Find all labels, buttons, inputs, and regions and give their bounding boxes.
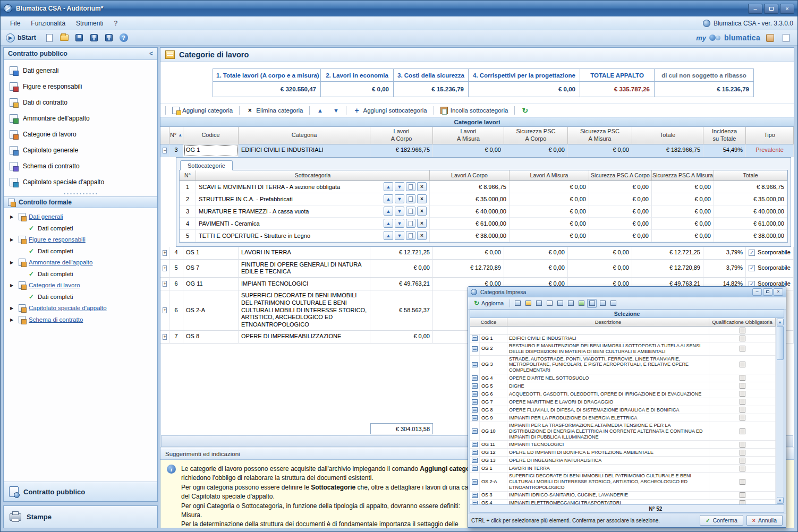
save-export-button[interactable] (103, 31, 115, 44)
tree-arrow-icon[interactable]: ▶ (10, 260, 15, 265)
export-icon[interactable] (598, 299, 607, 308)
sub-header-sicurezza-psc-a-misura[interactable]: Sicurezza PSC A Misura (652, 170, 714, 181)
tree-arrow-icon[interactable]: ▶ (10, 318, 15, 322)
qualificazione-checkbox[interactable] (740, 399, 745, 405)
list-view-icon[interactable] (587, 299, 597, 308)
subrow-down-button[interactable]: ▼ (395, 194, 404, 203)
popup-row-og-9[interactable]: OG 9 IMPIANTI PER LA PRODUZIONE DI ENERG… (470, 414, 776, 422)
popup-row-og-4[interactable]: OG 4 OPERE D'ARTE NEL SOTTOSUOLO (470, 374, 776, 382)
subrow-up-button[interactable]: ▲ (384, 194, 393, 203)
paste-subcategory-button[interactable]: Incolla sottocategoria (437, 105, 512, 116)
sidebar-splitter[interactable] (62, 191, 99, 196)
cell-code[interactable]: OS 1 (183, 247, 239, 260)
qualificazione-checkbox[interactable] (740, 479, 745, 485)
popup-row-og-8[interactable]: OG 8 OPERE FLUVIALI, DI DIFESA, DI SISTE… (470, 406, 776, 414)
expand-box-icon[interactable]: + (163, 281, 166, 287)
close-button[interactable]: × (780, 4, 794, 14)
controllo-node-figure-e-responsabili[interactable]: ▶ Figure e responsabili (4, 234, 157, 245)
menu-strumenti[interactable]: Strumenti (71, 18, 108, 29)
conferma-button[interactable]: ✓ Conferma (700, 515, 743, 526)
popup-row-og-12[interactable]: OG 12 OPERE ED IMPIANTI DI BONIFICA E PR… (470, 449, 776, 457)
header-incidenza-su-totale[interactable]: Incidenzasu Totale (703, 127, 746, 144)
qualificazione-checkbox[interactable] (740, 500, 745, 504)
header-lavori-a-misura[interactable]: LavoriA Misura (433, 127, 504, 144)
subrow-down-button[interactable]: ▼ (395, 219, 404, 228)
controllo-node-label[interactable]: Figure e responsabili (29, 236, 86, 243)
tree-arrow-icon[interactable]: ▶ (10, 306, 15, 311)
expand-box-icon[interactable]: + (163, 250, 166, 256)
tree-arrow-icon[interactable]: ▶ (10, 214, 15, 219)
sub-header-lavori-a-misura[interactable]: Lavori A Misura (510, 170, 589, 181)
qualificazione-checkbox[interactable] (740, 428, 745, 434)
header-sicurezza-psc-a-misura[interactable]: Sicurezza PSCA Misura (568, 127, 632, 144)
header-categoria[interactable]: Categoria (239, 127, 370, 144)
cell-code[interactable]: OS 2-A (183, 290, 239, 331)
collapse-box-icon[interactable]: − (163, 148, 166, 153)
subrow-delete-button[interactable]: × (417, 219, 427, 228)
scroll-up-icon[interactable]: ▲ (777, 319, 784, 325)
cell-code[interactable]: OG 11 (183, 278, 239, 290)
controllo-node-label[interactable]: Ammontare dell'appalto (29, 259, 92, 265)
subrow-down-button[interactable]: ▼ (395, 231, 404, 240)
dialog-minimize-button[interactable]: – (752, 288, 762, 296)
nav-contratto-pubblico-button[interactable]: Contratto pubblico (4, 482, 157, 501)
chart-view-icon[interactable] (576, 299, 586, 308)
category-row-og-1[interactable]: − 3 OG 1 EDIFICI CIVILI E INDUSTRIALI € … (160, 144, 794, 157)
header-lavori-a-corpo[interactable]: LavoriA Corpo (370, 127, 433, 144)
tab-sottocategorie[interactable]: Sottocategorie (180, 160, 233, 170)
cell-code[interactable]: OS 8 (183, 331, 239, 344)
popup-row-os-4[interactable]: OS 4 IMPIANTI ELETTROMECCANICI TRASPORTA… (470, 500, 776, 504)
qualificazione-checkbox[interactable] (740, 442, 745, 448)
sub-header-totale[interactable]: Totale (714, 170, 787, 181)
header-codice[interactable]: Codice (470, 318, 507, 327)
add-category-button[interactable]: Aggiungi categoria (168, 105, 236, 116)
move-down-button[interactable]: ▼ (328, 106, 343, 115)
help-button[interactable]: ? (117, 31, 130, 44)
qualificazione-checkbox[interactable] (740, 458, 745, 464)
category-row-os-1[interactable]: + 4 OS 1 LAVORI IN TERRA € 12.721,25 € 0… (160, 247, 794, 260)
subrow-delete-button[interactable]: × (417, 182, 427, 191)
controllo-node-label[interactable]: Schema di contratto (29, 316, 83, 323)
sidebar-collapse-button[interactable]: < (149, 50, 153, 57)
minimize-button[interactable]: – (748, 4, 762, 14)
expand-box-icon[interactable]: + (163, 265, 166, 271)
sub-header-lavori-a-corpo[interactable]: Lavori A Corpo (430, 170, 510, 181)
subrow-delete-button[interactable]: × (417, 207, 427, 216)
annulla-button[interactable]: × Annulla (746, 515, 783, 526)
qualificazione-checkbox[interactable] (740, 383, 745, 389)
filter-qualificazione[interactable] (709, 327, 776, 334)
qualificazione-checkbox[interactable] (740, 336, 745, 341)
tree-arrow-icon[interactable]: ▶ (10, 283, 15, 288)
popup-row-og-10[interactable]: OG 10 IMPIANTI PER LA TRASFORMAZIONE ALT… (470, 422, 776, 441)
aggiorna-button[interactable]: ↻ Aggiorna (471, 299, 507, 307)
popup-row-os-3[interactable]: OS 3 IMPIANTI IDRICO-SANITARIO, CUCINE, … (470, 492, 776, 500)
controllo-node-capitolato-speciale-d-appalto[interactable]: ▶ Capitolato speciale d'appalto (4, 302, 157, 314)
qualificazione-checkbox[interactable] (740, 391, 745, 397)
subrow-copy-button[interactable] (406, 207, 415, 216)
qualificazione-filter-checkbox[interactable] (740, 328, 745, 333)
subrow-delete-button[interactable]: × (417, 194, 427, 203)
popup-row-og-3[interactable]: OG 3 STRADE, AUTOSTRADE, PONTI, VIADOTTI… (470, 356, 776, 374)
new-document-button[interactable] (43, 31, 56, 44)
subcategory-row-1[interactable]: 1 SCAVI E MOVIMENTI DI TERRA - A sezione… (180, 181, 787, 193)
dialog-scrollbar[interactable]: ▲ ▼ (776, 318, 784, 504)
subrow-copy-button[interactable] (406, 194, 415, 203)
subrow-up-button[interactable]: ▲ (384, 231, 393, 240)
category-row-os-7[interactable]: + 5 OS 7 FINITURE DI OPERE GENERALI DI N… (160, 260, 794, 278)
delete-category-button[interactable]: × Elimina categoria (242, 105, 307, 116)
table-view-icon[interactable] (566, 299, 575, 308)
sidebar-item-ammontare-dell-appalto[interactable]: Ammontare dell'appalto (4, 110, 157, 126)
add-subcategory-button[interactable]: + Aggiungi sottocategoria (349, 105, 430, 116)
header-descrizione[interactable]: Descrizione (507, 318, 709, 327)
titlebar[interactable]: Blumatica CSA - Auditorium* – × (1, 1, 797, 16)
report-button[interactable] (779, 31, 792, 44)
controllo-node-ammontare-dell-appalto[interactable]: ▶ Ammontare dell'appalto (4, 256, 157, 268)
sub-header-n[interactable]: N° (180, 170, 196, 181)
controllo-node-categorie-di-lavoro[interactable]: ▶ Categorie di lavoro (4, 279, 157, 291)
subrow-down-button[interactable]: ▼ (395, 182, 404, 191)
header-n[interactable]: N°▲ (169, 127, 183, 144)
sidebar-item-categorie-di-lavoro[interactable]: Categorie di lavoro (4, 126, 157, 142)
popup-row-og-11[interactable]: OG 11 IMPIANTI TECNOLOGICI (470, 441, 776, 449)
controllo-node-label[interactable]: Categorie di lavoro (29, 282, 80, 288)
sub-header-sottocategoria[interactable]: Sottocategoria (196, 170, 430, 181)
